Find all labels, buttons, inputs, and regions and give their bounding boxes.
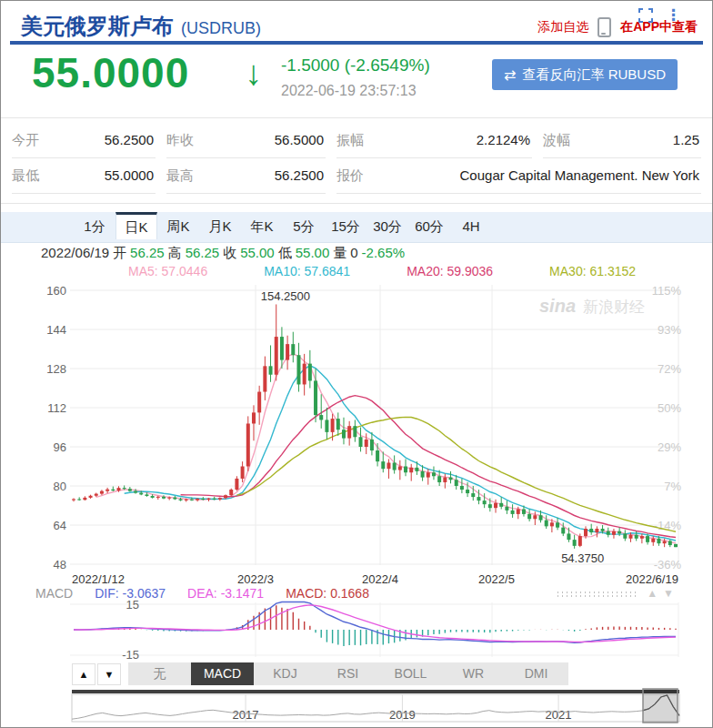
period-tab-5分[interactable]: 5分: [283, 212, 325, 241]
period-tab-周K[interactable]: 周K: [157, 212, 199, 241]
candle-body: [398, 467, 402, 470]
ma-legend: MA5: 57.0446MA10: 57.6841MA20: 59.9036MA…: [128, 264, 636, 278]
ma-legend-item: MA30: 61.3152: [549, 264, 636, 278]
candle-body: [206, 499, 210, 500]
indicator-tab-DMI[interactable]: DMI: [505, 662, 567, 685]
price-down-arrow-icon: ↓: [245, 54, 262, 93]
candle-body: [607, 531, 610, 535]
candle-body: [336, 419, 340, 430]
ohlc-label: 开: [113, 245, 126, 260]
indicator-tab-MACD[interactable]: MACD: [191, 662, 254, 685]
sina-watermark: sina新浪财经: [539, 296, 645, 316]
candle-body: [275, 337, 278, 375]
quote-timestamp: 2022-06-19 23:57:13: [281, 83, 430, 99]
candle-body: [663, 541, 667, 543]
macd-chart[interactable]: 15-15: [1, 601, 713, 661]
axis-label: 2017: [233, 708, 259, 722]
candle-body: [601, 529, 605, 531]
candle-body: [657, 539, 660, 543]
candle-body: [213, 499, 216, 500]
period-tab-15分[interactable]: 15分: [325, 212, 367, 241]
instrument-name: 美元俄罗斯卢布: [21, 14, 174, 38]
panel-collapse-icons[interactable]: ▲▼: [647, 587, 679, 600]
axis-label: -36%: [654, 558, 682, 571]
stat-最低: 最低55.0000: [12, 158, 156, 194]
axis-label: -15: [122, 648, 139, 661]
candle-body: [280, 337, 284, 360]
candle-body: [156, 497, 160, 498]
axis-label: 2022/4: [362, 572, 398, 585]
candle-body: [483, 500, 487, 504]
candle-body: [167, 498, 171, 499]
candle-body: [629, 535, 633, 539]
instrument-symbol: (USDRUB): [181, 19, 261, 37]
add-watchlist-link[interactable]: 添加自选: [537, 19, 588, 35]
candle-body: [353, 426, 356, 437]
axis-label: 160: [46, 284, 66, 298]
candle-body: [573, 540, 577, 546]
candle-body: [584, 529, 587, 536]
candle-body: [471, 493, 475, 497]
candle-body: [494, 503, 497, 508]
axis-label: 93%: [658, 323, 681, 337]
stat-今开: 今开56.2500: [12, 123, 156, 158]
stat-振幅: 振幅2.2124%: [336, 123, 532, 158]
ohlc-label: 量: [333, 245, 346, 260]
indicator-tab-BOLL[interactable]: BOLL: [379, 662, 442, 685]
candle-body: [455, 480, 458, 486]
candle-body: [393, 462, 397, 470]
navigator-area: [72, 694, 679, 722]
candle-body: [545, 521, 548, 527]
stat-value: 1.25: [673, 132, 699, 147]
axis-label: 96: [54, 440, 66, 454]
candle-body: [252, 412, 256, 423]
period-tab-30分[interactable]: 30分: [367, 212, 408, 241]
page-title: 美元俄罗斯卢布(USDRUB): [21, 12, 261, 41]
period-tab-月K[interactable]: 月K: [199, 212, 241, 241]
stat-label: 昨收: [166, 132, 194, 149]
period-tab-年K[interactable]: 年K: [241, 212, 283, 241]
separator: [1, 117, 712, 118]
candle-body: [449, 478, 453, 480]
more-options-icon[interactable]: ⋮: [666, 8, 681, 23]
candle-body: [432, 472, 436, 476]
panel-resize-handle[interactable]: [556, 591, 639, 599]
period-tab-4H[interactable]: 4H: [450, 212, 492, 241]
period-tab-60分[interactable]: 60分: [408, 212, 450, 241]
candle-body: [421, 471, 425, 478]
candle-body: [505, 507, 508, 511]
axis-label: 2022/6/19: [626, 572, 678, 585]
period-tab-1分[interactable]: 1分: [74, 212, 115, 241]
macd-legend-item: DEA: -3.1471: [187, 586, 264, 601]
fullscreen-icon[interactable]: [638, 8, 653, 23]
candle-body: [325, 420, 328, 431]
navigator-selection[interactable]: [643, 689, 680, 723]
axis-label: 128: [46, 362, 66, 376]
ma10-line: [125, 366, 676, 541]
candle-body: [342, 430, 346, 438]
indicator-tab-WR[interactable]: WR: [442, 662, 505, 685]
indicator-tab-无[interactable]: 无: [128, 662, 191, 685]
price-change-block: -1.5000 (-2.6549%) 2022-06-19 23:57:13: [281, 56, 430, 99]
indicator-up-button[interactable]: ▲: [72, 663, 95, 685]
indicator-down-button[interactable]: ▼: [97, 663, 121, 685]
candles: [72, 304, 678, 548]
candle-body: [224, 495, 227, 498]
candle-body: [347, 426, 351, 438]
stat-value: 56.2500: [275, 167, 324, 183]
candlestick-chart[interactable]: 160115%14493%12872%11250%9629%807%64-14%…: [1, 279, 713, 585]
navigator-top-bar: [72, 690, 679, 693]
stat-label: 报价: [336, 167, 364, 185]
history-navigator[interactable]: 201720192021: [1, 686, 713, 726]
period-tab-日K[interactable]: 日K: [115, 212, 157, 239]
ohlc-value: 0: [350, 245, 357, 260]
reverse-rate-button[interactable]: ⇄ 查看反向汇率 RUBUSD: [492, 59, 678, 90]
dif-line: [74, 602, 676, 643]
candle-body: [618, 531, 621, 534]
indicator-tabs: 无MACDKDJRSIBOLLWRDMI: [128, 662, 568, 685]
axis-label: 64: [54, 519, 66, 532]
indicator-tab-RSI[interactable]: RSI: [316, 662, 379, 685]
indicator-tab-KDJ[interactable]: KDJ: [254, 662, 316, 685]
indicator-tab-row: ▲ ▼ 无MACDKDJRSIBOLLWRDMI: [1, 662, 712, 686]
candle-body: [651, 539, 655, 542]
